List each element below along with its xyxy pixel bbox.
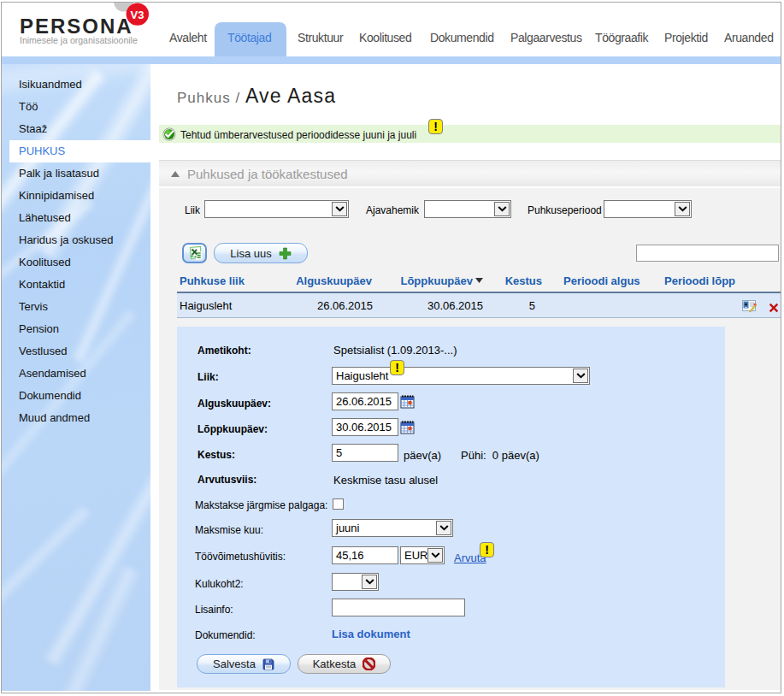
svg-text:PERSONA: PERSONA xyxy=(20,15,133,38)
svg-text:Inimesele ja organisatsioonile: Inimesele ja organisatsioonile xyxy=(20,35,138,45)
